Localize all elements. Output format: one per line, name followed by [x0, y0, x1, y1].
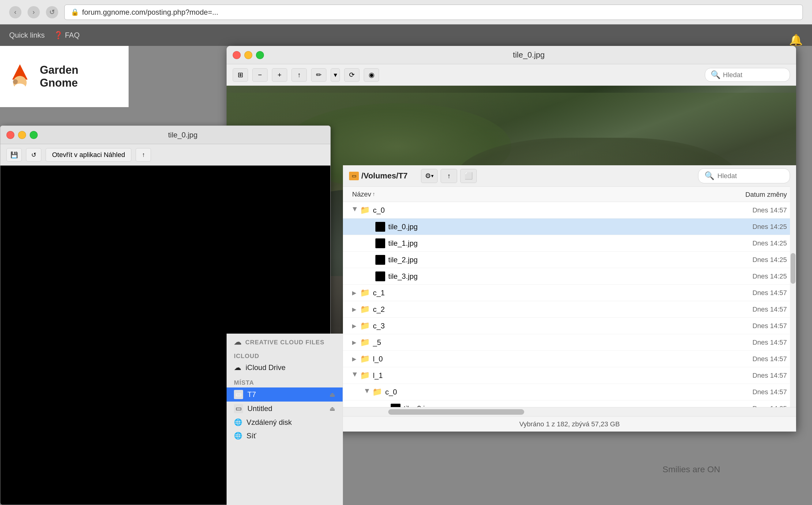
qp-share-button[interactable]: ↑ [136, 148, 151, 162]
search-input[interactable] [723, 71, 784, 79]
logo-garden: Garden [40, 64, 78, 76]
qp-close-button[interactable] [6, 131, 14, 139]
creative-cloud-item[interactable]: ☁ Creative Cloud Files [226, 334, 343, 348]
folder-icon: 📁 [360, 371, 370, 380]
zoom-in-button[interactable]: + [272, 68, 287, 82]
file-row[interactable]: ▶ 📁 c_1 Dnes 14:57 [343, 285, 796, 301]
file-row[interactable]: tile_2.jpg Dnes 14:25 [343, 251, 796, 268]
col-date-header[interactable]: Datum změny [745, 191, 787, 198]
svg-point-3 [13, 79, 18, 84]
url-text: forum.ggnome.com/posting.php?mode=... [82, 8, 218, 16]
file-row[interactable]: tile_0.jpg Dnes 14:25 [343, 218, 796, 235]
finder-search-container: 🔍 [698, 168, 790, 183]
search-container: 🔍 [705, 68, 790, 82]
main-preview-titlebar: tile_0.jpg [226, 46, 796, 64]
forward-button[interactable]: › [27, 6, 40, 18]
browser-toolbar: ‹ › ↺ 🔒 forum.ggnome.com/posting.php?mod… [0, 0, 812, 24]
scrollbar-thumb[interactable] [791, 253, 796, 284]
image-thumbnail [375, 272, 385, 281]
expand-arrow-icon: ▶ [352, 356, 358, 362]
smilies-label: Smilies are [663, 465, 705, 474]
scrollbar-track[interactable] [790, 165, 796, 416]
file-name: tile_0.jpg [388, 222, 707, 231]
browser-content: Garden Gnome tile_0.jpg ⊞ − + ↑ ✏ ▾ ⟳ ◉ [0, 46, 812, 505]
grid-view-button[interactable]: ⊞ [233, 68, 248, 82]
qp-toolbar: 💾 ↺ Otevřít v aplikaci Náhled ↑ [0, 144, 330, 166]
expand-arrow-icon: ▶ [352, 290, 358, 296]
file-name: c_0 [385, 388, 707, 396]
expand-arrow-icon: ▶ [364, 389, 371, 395]
file-row[interactable]: ▶ 📁 c_0 Dnes 14:57 [343, 384, 796, 400]
file-date: Dnes 14:57 [707, 322, 787, 330]
back-button[interactable]: ‹ [9, 6, 21, 18]
eject-untitled-button[interactable]: ⏏ [329, 405, 335, 412]
file-row[interactable]: tile_3.jpg Dnes 14:25 [343, 268, 796, 285]
close-button[interactable] [233, 51, 240, 59]
finder-search-input[interactable] [717, 172, 779, 180]
remote-disk-label: Vzdálený disk [247, 418, 292, 427]
finder-action-button[interactable]: ⬜ [460, 169, 477, 183]
folder-icon: 📁 [360, 354, 370, 364]
finder-gear-button[interactable]: ⚙▾ [421, 169, 438, 183]
qp-open-preview-button[interactable]: Otevřít v aplikaci Náhled [46, 148, 131, 162]
file-date: Dnes 14:25 [707, 256, 787, 264]
horizontal-scrollbar-thumb[interactable] [388, 409, 524, 415]
qp-minimize-button[interactable] [18, 131, 26, 139]
smilies-status: ON [707, 465, 720, 474]
file-row[interactable]: tile_1.jpg Dnes 14:25 [343, 235, 796, 251]
image-thumbnail [375, 238, 385, 248]
secondary-toolbar: Quick links ❓ FAQ [0, 24, 812, 46]
file-row[interactable]: ▶ 📁 _5 Dnes 14:57 [343, 334, 796, 351]
lock-icon: 🔒 [71, 8, 79, 16]
finder-share-button[interactable]: ↑ [441, 169, 457, 183]
qp-rotate-left-button[interactable]: ↺ [26, 148, 41, 162]
file-row[interactable]: ▶ 📁 c_3 Dnes 14:57 [343, 318, 796, 334]
sidebar-item-network[interactable]: 🌐 Síť [226, 429, 343, 443]
file-date: Dnes 14:25 [707, 239, 787, 247]
person-button[interactable]: ◉ [364, 68, 379, 82]
share-button[interactable]: ↑ [292, 68, 307, 82]
refresh-button[interactable]: ↺ [46, 6, 58, 18]
network-icon: 🌐 [234, 432, 242, 440]
file-row[interactable]: ▶ 📁 l_1 Dnes 14:57 [343, 367, 796, 384]
qp-save-button[interactable]: 💾 [6, 148, 22, 162]
expand-arrow-icon: ▶ [352, 339, 358, 346]
logo-area: Garden Gnome [0, 46, 129, 107]
file-name: tile_3.jpg [388, 272, 707, 281]
cloud-icon: ☁ [234, 338, 241, 346]
volume-path: ▭ /Volumes/T7 [349, 171, 408, 181]
drive-icon-t7: ▭ [234, 390, 243, 399]
file-row[interactable]: ▶ 📁 l_0 Dnes 14:57 [343, 351, 796, 367]
rotate-button[interactable]: ⟳ [344, 68, 359, 82]
browser-chrome: ‹ › ↺ 🔒 forum.ggnome.com/posting.php?mod… [0, 0, 812, 505]
horizontal-scrollbar[interactable] [343, 407, 796, 416]
sidebar-item-t7[interactable]: ▭ T7 ⏏ [226, 387, 343, 401]
folder-icon: 📁 [360, 305, 370, 314]
address-bar[interactable]: 🔒 forum.ggnome.com/posting.php?mode=... [64, 5, 803, 20]
minimize-button[interactable] [245, 51, 252, 59]
logo-gnome: Gnome [40, 76, 78, 90]
pen-tool-button[interactable]: ✏ [311, 68, 326, 82]
expand-arrow-icon: ▶ [352, 207, 358, 213]
column-headers: Název ↑ Datum změny [343, 187, 796, 202]
qp-maximize-button[interactable] [30, 131, 38, 139]
file-date: Dnes 14:57 [707, 306, 787, 313]
faq-button[interactable]: ❓ FAQ [54, 31, 79, 39]
path-label: /Volumes/T7 [361, 171, 408, 181]
file-name: tile_2.jpg [388, 256, 707, 264]
file-name: c_0 [373, 206, 707, 214]
file-date: Dnes 14:57 [707, 371, 787, 379]
eject-t7-button[interactable]: ⏏ [329, 391, 335, 398]
sidebar-item-untitled[interactable]: ▭ Untitled ⏏ [226, 401, 343, 415]
sidebar-item-remote-disk[interactable]: 🌐 Vzdálený disk [226, 415, 343, 429]
smilies-indicator: Smilies are ON [663, 465, 720, 474]
dropdown-button[interactable]: ▾ [331, 68, 340, 82]
file-row[interactable]: ▶ 📁 c_0 Dnes 14:57 [343, 202, 796, 218]
maximize-button[interactable] [256, 51, 264, 59]
sidebar-item-icloud-drive[interactable]: ☁ iCloud Drive [226, 361, 343, 374]
folder-icon: 📁 [360, 205, 370, 215]
notification-bell[interactable]: 🔔 [789, 34, 803, 46]
zoom-out-button[interactable]: − [252, 68, 268, 82]
col-name-header[interactable]: Název [352, 190, 371, 198]
file-row[interactable]: ▶ 📁 c_2 Dnes 14:57 [343, 301, 796, 318]
